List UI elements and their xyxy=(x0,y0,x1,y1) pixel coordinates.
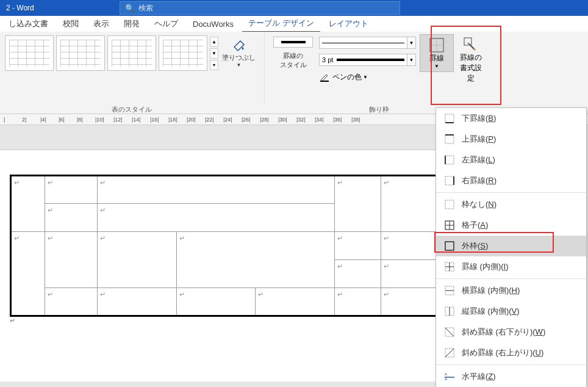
dropdown-item-label: 上罫線(P) xyxy=(462,134,496,145)
outside-border-icon xyxy=(445,241,454,251)
table-row[interactable]: ↵ ↵ ↵ ↵ ↵ xyxy=(11,176,448,204)
svg-rect-11 xyxy=(445,176,454,185)
svg-rect-7 xyxy=(445,135,454,143)
table-style-1[interactable] xyxy=(5,35,54,71)
style-scroll-down[interactable]: ▼ xyxy=(210,48,218,59)
pen-icon xyxy=(319,71,330,82)
group-table-styles: ▲ ▼ ▾ 塗りつぶし ▼ 表のスタイル xyxy=(0,32,263,105)
dropdown-item-label: 斜め罫線 (右上がり)(U) xyxy=(462,347,543,358)
diagUp-border-icon xyxy=(445,348,454,358)
border-option-inside[interactable]: 罫線 (内側)(I) xyxy=(436,256,586,277)
top-border-icon xyxy=(445,134,454,144)
dropdown-item-label: 左罫線(L) xyxy=(462,154,495,165)
border-painter-button[interactable]: 罫線の 書式設定 xyxy=(454,34,488,86)
svg-rect-9 xyxy=(445,156,454,164)
dropdown-item-label: 右罫線(R) xyxy=(462,175,497,186)
svg-line-28 xyxy=(445,328,454,336)
insideV-border-icon xyxy=(445,306,454,316)
svg-rect-19 xyxy=(445,242,454,250)
fill-button[interactable]: 塗りつぶし ▼ xyxy=(218,36,259,70)
inside-border-icon xyxy=(445,262,454,272)
border-option-bottom[interactable]: 下罫線(B) xyxy=(436,108,586,129)
dropdown-separator xyxy=(436,192,586,193)
line-style-chevron-icon[interactable]: ▼ xyxy=(407,37,416,49)
svg-rect-0 xyxy=(320,81,329,82)
dropdown-item-label: 水平線(Z) xyxy=(462,371,496,382)
tab-docuworks[interactable]: DocuWorks xyxy=(187,17,240,31)
dropdown-item-label: 縦罫線 (内側)(V) xyxy=(462,306,520,317)
search-icon: 🔍 xyxy=(125,4,135,13)
tab-developer[interactable]: 開発 xyxy=(118,16,146,32)
tab-view[interactable]: 表示 xyxy=(87,16,115,32)
word-table[interactable]: ↵ ↵ ↵ ↵ ↵ ↵ ↵ ↵ ↵ ↵ ↵ ↵ ↵ ↵ ↵ xyxy=(10,175,449,317)
table-style-3[interactable] xyxy=(107,35,156,71)
svg-rect-5 xyxy=(445,114,454,123)
chevron-down-icon: ▼ xyxy=(434,63,439,69)
table-row[interactable]: ↵ ↵ ↵ ↵ ↵ ↵ xyxy=(11,288,448,316)
borders-dropdown: 下罫線(B)上罫線(P)左罫線(L)右罫線(R)枠なし(N)格子(A)外枠(S)… xyxy=(436,107,587,387)
svg-text:A: A xyxy=(445,377,447,381)
dropdown-item-label: 格子(A) xyxy=(462,220,488,231)
style-scroll: ▲ ▼ ▾ xyxy=(210,36,218,71)
table-row[interactable]: ↵ ↵ ↵ ↵ ↵ ↵ xyxy=(11,232,448,260)
all-border-icon xyxy=(445,220,454,230)
ribbon-sep-1 xyxy=(264,32,265,104)
right-border-icon xyxy=(445,176,454,186)
border-option-none[interactable]: 枠なし(N) xyxy=(436,194,586,215)
weight-preview xyxy=(337,59,404,61)
left-border-icon xyxy=(445,155,454,165)
svg-rect-18 xyxy=(445,242,454,250)
style-scroll-up[interactable]: ▲ xyxy=(210,37,218,47)
border-style-preview xyxy=(273,37,313,48)
tab-review[interactable]: 校閲 xyxy=(57,16,85,32)
borders-button[interactable]: 罫線 ▼ xyxy=(420,34,454,72)
border-style-button[interactable]: 罫線の スタイル xyxy=(270,34,317,72)
tab-layout[interactable]: レイアウト xyxy=(323,16,375,32)
line-style-selector[interactable] xyxy=(319,37,407,49)
border-option-diagUp[interactable]: 斜め罫線 (右上がり)(U) xyxy=(436,342,586,363)
svg-text:A: A xyxy=(445,372,447,376)
style-gallery-expand[interactable]: ▾ xyxy=(210,60,218,70)
ribbon: ▲ ▼ ▾ 塗りつぶし ▼ 表のスタイル 罫線の スタイル xyxy=(0,32,588,114)
border-option-left[interactable]: 左罫線(L) xyxy=(436,150,586,170)
window-title: 2 - Word xyxy=(0,4,40,12)
dropdown-item-label: 外枠(S) xyxy=(462,241,488,251)
dropdown-item-label: 斜め罫線 (右下がり)(W) xyxy=(462,327,545,338)
insideH-border-icon xyxy=(445,286,454,295)
border-option-right[interactable]: 右罫線(R) xyxy=(436,170,586,191)
tab-table-design[interactable]: テーブル デザイン xyxy=(242,15,320,32)
line-weight-selector[interactable]: 3 pt xyxy=(319,54,407,66)
group-borders: 罫線の スタイル ▼ 3 pt ▼ xyxy=(266,32,492,105)
tab-help[interactable]: ヘルプ xyxy=(148,16,184,32)
tab-mailings[interactable]: し込み文書 xyxy=(2,16,54,32)
border-painter-icon xyxy=(463,37,479,52)
chevron-down-icon: ▼ xyxy=(363,74,368,80)
search-box[interactable]: 🔍 検索 xyxy=(120,1,400,15)
table-style-4[interactable] xyxy=(159,35,207,71)
border-option-diagDown[interactable]: 斜め罫線 (右下がり)(W) xyxy=(436,322,586,342)
dropdown-item-label: 枠なし(N) xyxy=(462,199,497,210)
horiz-border-icon: AA xyxy=(445,372,454,382)
border-option-insideH[interactable]: 横罫線 (内側)(H) xyxy=(436,280,586,301)
svg-rect-13 xyxy=(445,200,454,209)
bottom-border-icon xyxy=(445,114,454,123)
dropdown-item-label: 罫線 (内側)(I) xyxy=(462,261,509,272)
group-label-table-styles: 表のスタイル xyxy=(0,105,263,114)
border-option-outside[interactable]: 外枠(S) xyxy=(436,236,586,256)
none-border-icon xyxy=(445,200,454,209)
border-option-all[interactable]: 格子(A) xyxy=(436,215,586,236)
border-option-insideV[interactable]: 縦罫線 (内側)(V) xyxy=(436,301,586,322)
ribbon-tabs: し込み文書 校閲 表示 開発 ヘルプ DocuWorks テーブル デザイン レ… xyxy=(0,16,588,32)
dropdown-separator xyxy=(436,364,586,365)
search-placeholder: 検索 xyxy=(138,3,153,13)
chevron-down-icon: ▼ xyxy=(237,62,242,68)
pen-color-button[interactable]: ペンの色 ▼ xyxy=(319,70,416,84)
line-weight-chevron-icon[interactable]: ▼ xyxy=(407,54,416,66)
border-option-horiz[interactable]: AA水平線(Z) xyxy=(436,366,586,387)
paint-bucket-icon xyxy=(232,38,246,53)
dropdown-item-label: 下罫線(B) xyxy=(462,113,496,124)
borders-icon xyxy=(429,37,445,53)
dropdown-item-label: 横罫線 (内側)(H) xyxy=(462,285,520,296)
border-option-top[interactable]: 上罫線(P) xyxy=(436,129,586,150)
table-style-2[interactable] xyxy=(56,35,105,71)
